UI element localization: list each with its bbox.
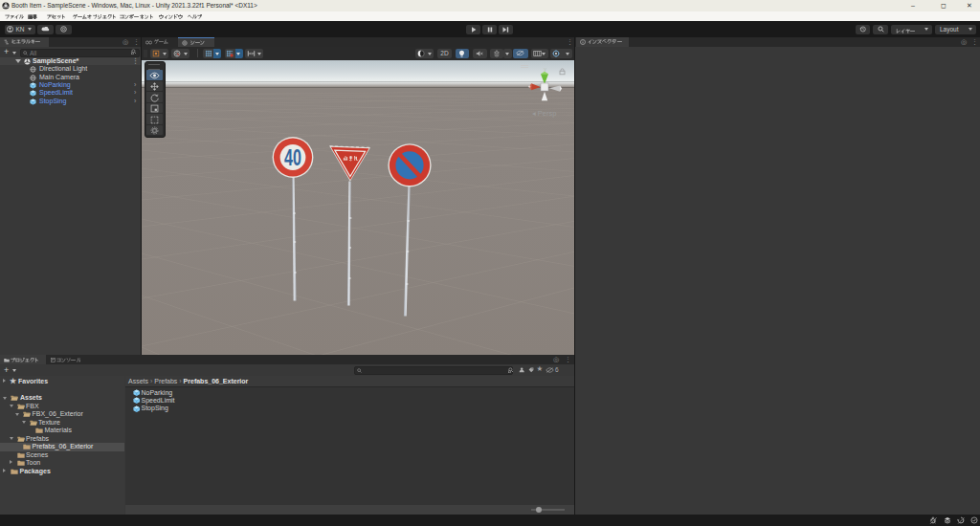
svg-text:◂ Persp: ◂ Persp — [532, 108, 556, 117]
svg-text:y: y — [544, 65, 546, 71]
svg-text:40: 40 — [284, 144, 301, 168]
